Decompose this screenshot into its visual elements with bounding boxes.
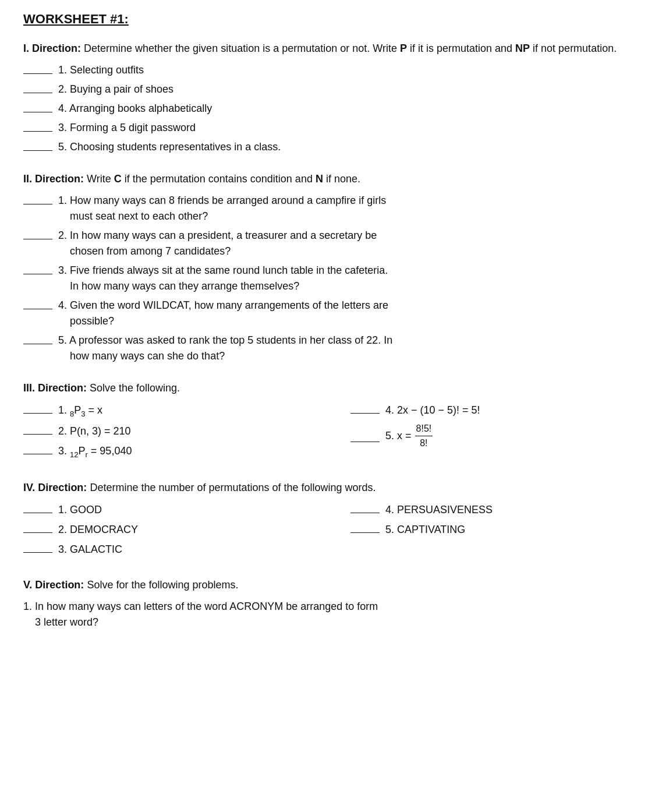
- subscript: r: [86, 450, 88, 459]
- list-item: 4. Given the word WILDCAT, how many arra…: [23, 298, 643, 329]
- item-text: 4. Arranging books alphabetically: [58, 101, 643, 116]
- answer-blank[interactable]: [23, 263, 52, 274]
- p-label: P: [400, 43, 407, 54]
- np-label: NP: [515, 43, 530, 54]
- section-2-list: 1. How many ways can 8 friends be arrang…: [23, 193, 643, 364]
- answer-blank[interactable]: [23, 541, 52, 553]
- n-label: N: [316, 173, 323, 185]
- answer-blank[interactable]: [23, 228, 52, 239]
- item-text: 5. A professor was asked to rank the top…: [58, 333, 643, 364]
- item-text: 2. In how many ways can a president, a t…: [58, 228, 643, 259]
- solve-item: 4. PERSUASIVENESS: [350, 502, 643, 518]
- solve-item: 4. 2x − (10 − 5)! = 5!: [350, 402, 643, 418]
- title-text: WORKSHEET #1:: [23, 12, 129, 26]
- solve-item: 5. CAPTIVATING: [350, 521, 643, 538]
- list-item: 3. Forming a 5 digit password: [23, 120, 643, 136]
- list-item: 5. A professor was asked to rank the top…: [23, 333, 643, 364]
- solve-item: 1. 8P3 = x: [23, 402, 316, 419]
- section-4-direction: IV. Direction: Determine the number of p…: [23, 480, 643, 496]
- section-4-left: 1. GOOD 2. DEMOCRACY 3. GALACTIC: [23, 502, 316, 561]
- list-item: 3. Five friends always sit at the same r…: [23, 263, 643, 294]
- answer-blank[interactable]: [23, 521, 52, 533]
- section-4-right: 4. PERSUASIVENESS 5. CAPTIVATING: [350, 502, 643, 561]
- item-text: 1. 8P3 = x: [58, 403, 316, 419]
- list-item: 1. Selecting outfits: [23, 62, 643, 78]
- section-5-direction: V. Direction: Solve for the following pr…: [23, 577, 643, 593]
- answer-blank[interactable]: [23, 423, 52, 435]
- fraction: 8!5! 8!: [415, 422, 433, 450]
- item-text: 1. Selecting outfits: [58, 62, 643, 78]
- section-1-direction: I. Direction: Determine whether the give…: [23, 41, 643, 57]
- answer-blank[interactable]: [350, 402, 380, 414]
- section-3-right: 4. 2x − (10 − 5)! = 5! 5. x = 8!5! 8!: [350, 402, 643, 464]
- section-5-label: V. Direction:: [23, 579, 84, 591]
- item-text: 5. x = 8!5! 8!: [385, 422, 643, 450]
- section-2: II. Direction: Write C if the permutatio…: [23, 171, 643, 364]
- item-text: 4. Given the word WILDCAT, how many arra…: [58, 298, 643, 329]
- answer-blank[interactable]: [23, 62, 52, 74]
- answer-blank[interactable]: [23, 298, 52, 309]
- subscript: 3: [81, 409, 85, 418]
- item-text: 3. Forming a 5 digit password: [58, 120, 643, 136]
- item-text: 3. 12Pr = 95,040: [58, 443, 316, 460]
- section-1-list: 1. Selecting outfits 2. Buying a pair of…: [23, 62, 643, 155]
- denominator: 8!: [419, 436, 428, 450]
- item-text: 1. How many ways can 8 friends be arrang…: [58, 193, 643, 224]
- answer-blank[interactable]: [23, 120, 52, 132]
- item-text: 3. Five friends always sit at the same r…: [58, 263, 643, 294]
- answer-blank[interactable]: [23, 139, 52, 151]
- section-4-label: IV. Direction:: [23, 482, 87, 493]
- item-text: 4. 2x − (10 − 5)! = 5!: [385, 403, 643, 418]
- solve-item: 1. GOOD: [23, 502, 316, 518]
- section-3: III. Direction: Solve the following. 1. …: [23, 380, 643, 464]
- answer-blank[interactable]: [23, 101, 52, 112]
- list-item: 1. How many ways can 8 friends be arrang…: [23, 193, 643, 224]
- answer-blank[interactable]: [350, 502, 380, 513]
- item-text: 3. GALACTIC: [58, 542, 316, 557]
- solve-item: 3. 12Pr = 95,040: [23, 443, 316, 460]
- item-text: 2. DEMOCRACY: [58, 522, 316, 538]
- list-item: 4. Arranging books alphabetically: [23, 101, 643, 116]
- section-4-grid: 1. GOOD 2. DEMOCRACY 3. GALACTIC 4. PERS…: [23, 502, 643, 561]
- numerator: 8!5!: [415, 422, 433, 436]
- section-3-direction: III. Direction: Solve the following.: [23, 380, 643, 396]
- answer-blank[interactable]: [23, 193, 52, 204]
- item-text: 4. PERSUASIVENESS: [385, 502, 643, 518]
- item-text: 5. CAPTIVATING: [385, 522, 643, 538]
- answer-blank[interactable]: [23, 82, 52, 93]
- section-5: V. Direction: Solve for the following pr…: [23, 577, 643, 630]
- list-item: 2. Buying a pair of shoes: [23, 82, 643, 97]
- answer-blank[interactable]: [23, 443, 52, 454]
- section-3-left: 1. 8P3 = x 2. P(n, 3) = 210 3. 12Pr = 95…: [23, 402, 316, 464]
- section-3-label: III. Direction:: [23, 382, 87, 394]
- solve-item: 1. In how many ways can letters of the w…: [23, 599, 643, 630]
- subscript: 8: [70, 409, 74, 418]
- c-label: C: [114, 173, 122, 185]
- item-text: 1. In how many ways can letters of the w…: [23, 599, 643, 630]
- solve-item: 5. x = 8!5! 8!: [350, 422, 643, 450]
- section-2-label: II. Direction:: [23, 173, 84, 185]
- answer-blank[interactable]: [350, 521, 380, 533]
- item-text: 5. Choosing students representatives in …: [58, 139, 643, 155]
- section-1-label: I. Direction:: [23, 43, 81, 54]
- list-item: 5. Choosing students representatives in …: [23, 139, 643, 155]
- item-text: 2. P(n, 3) = 210: [58, 423, 316, 439]
- solve-item: 2. P(n, 3) = 210: [23, 423, 316, 439]
- section-1: I. Direction: Determine whether the give…: [23, 41, 643, 155]
- answer-blank[interactable]: [23, 333, 52, 344]
- item-text: 1. GOOD: [58, 502, 316, 518]
- answer-blank[interactable]: [350, 430, 380, 442]
- section-4: IV. Direction: Determine the number of p…: [23, 480, 643, 561]
- solve-item: 2. DEMOCRACY: [23, 521, 316, 538]
- answer-blank[interactable]: [23, 502, 52, 513]
- item-text: 2. Buying a pair of shoes: [58, 82, 643, 97]
- solve-item: 3. GALACTIC: [23, 541, 316, 557]
- subscript: 12: [70, 450, 78, 459]
- list-item: 2. In how many ways can a president, a t…: [23, 228, 643, 259]
- answer-blank[interactable]: [23, 402, 52, 414]
- section-3-grid: 1. 8P3 = x 2. P(n, 3) = 210 3. 12Pr = 95…: [23, 402, 643, 464]
- worksheet-title: WORKSHEET #1:: [23, 12, 643, 27]
- section-2-direction: II. Direction: Write C if the permutatio…: [23, 171, 643, 187]
